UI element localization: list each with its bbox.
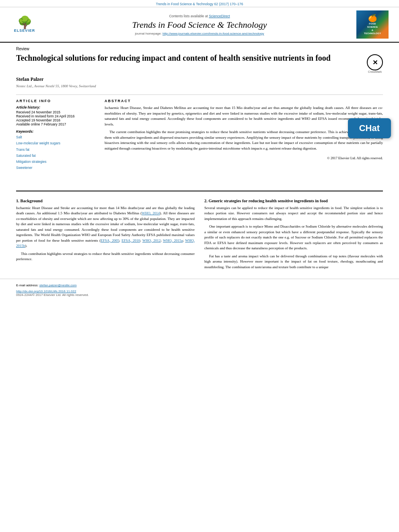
journal-title: Trends in Food Science & Technology	[47, 20, 352, 30]
homepage-url[interactable]: http://www.journals.elsevier.com/trends-…	[162, 32, 264, 35]
section2-para3: Fat has a taste and aroma impact which c…	[204, 254, 383, 270]
section2-heading: 2. Generic strategies for reducing healt…	[204, 199, 383, 203]
efsa2010-link[interactable]: EFSA, 2010	[121, 238, 140, 242]
contents-line: Contents lists available at ScienceDirec…	[47, 14, 352, 18]
received-date: Received 24 November 2015	[16, 110, 97, 114]
email-link[interactable]: stefan.palzer@nestle.com	[39, 283, 77, 287]
crossmark-badge: ✕ CrossMark	[367, 54, 383, 73]
journal-header: 🌳 ELSEVIER Contents lists available at S…	[0, 7, 399, 43]
article-info-abstract-section: ARTICLE INFO Article history: Received 2…	[16, 94, 383, 175]
received-revised-date: Received in revised form 24 April 2016	[16, 114, 97, 118]
keywords-label: Keywords:	[16, 129, 97, 134]
section1-text: Ischaemic Heart Disease and Stroke are a…	[16, 205, 195, 262]
crossmark-label: CrossMark	[367, 70, 383, 73]
article-title-row: Technological solutions for reducing imp…	[16, 53, 383, 73]
keywords-block: Keywords: Salt Low-molecular weight suga…	[16, 129, 97, 171]
homepage-label: journal homepage:	[135, 32, 161, 35]
body-section: 1. Background Ischaemic Heart Disease an…	[0, 195, 399, 273]
section2-text: Several strategies can be applied to red…	[204, 205, 383, 270]
body-col-left: 1. Background Ischaemic Heart Disease an…	[16, 195, 195, 273]
article-info-label: ARTICLE INFO	[16, 99, 97, 103]
affiliation: Nestec Ltd., Avenue Nestlé 55, 1800 Veve…	[16, 84, 383, 88]
abstract-para1: Ischaemic Heart Disease, Stroke and Diab…	[105, 105, 383, 127]
who2015a-link[interactable]: WHO, 2015a	[163, 238, 183, 242]
chat-button[interactable]: CHat	[348, 118, 391, 138]
keyword-5[interactable]: Mitigation strategies	[16, 159, 97, 165]
keyword-3[interactable]: Trans fat	[16, 147, 97, 153]
journal-reference: Trends in Food Science & Technology 62 (…	[156, 2, 243, 6]
email-label: E-mail address:	[16, 283, 39, 287]
journal-logo-box: 🍊 FOODSCIENCE&TECHNOLOGY	[356, 10, 389, 39]
journal-logo-right: 🍊 FOODSCIENCE&TECHNOLOGY	[356, 10, 393, 39]
keyword-2[interactable]: Low-molecular weight sugars	[16, 140, 97, 146]
journal-logo-text: FOODSCIENCE&TECHNOLOGY	[364, 23, 381, 35]
science-direct-link[interactable]: ScienceDirect	[209, 14, 230, 18]
thick-divider	[16, 191, 383, 191]
keyword-1[interactable]: Salt	[16, 134, 97, 140]
history-label: Article history:	[16, 105, 97, 109]
fruit-icon: 🍊	[368, 14, 377, 23]
keyword-6[interactable]: Sweetener	[16, 165, 97, 171]
copyright-line: © 2017 Elsevier Ltd. All rights reserved…	[105, 154, 383, 160]
keywords-list: Salt Low-molecular weight sugars Trans f…	[16, 134, 97, 171]
article-info-col: ARTICLE INFO Article history: Received 2…	[16, 99, 97, 175]
keyword-4[interactable]: Saturated fat	[16, 153, 97, 159]
section1-para2: This contribution highlights several str…	[16, 251, 195, 262]
crossmark-icon: ✕	[367, 54, 383, 70]
efsa2005-link[interactable]: EFSA, 2005	[101, 238, 119, 242]
section2-para2: One important approach is to replace Mon…	[204, 224, 383, 251]
author-name: Stefan Palzer	[16, 76, 383, 82]
elsevier-logo-area: 🌳 ELSEVIER	[6, 16, 43, 33]
article-title: Technological solutions for reducing imp…	[16, 53, 363, 63]
footnote-section: E-mail address: stefan.palzer@nestle.com…	[0, 279, 399, 297]
issn-line: 0924-2244/© 2017 Elsevier Ltd. All right…	[16, 293, 383, 297]
available-date: Available online 7 February 2017	[16, 122, 97, 126]
elsevier-label: ELSEVIER	[14, 29, 35, 33]
elsevier-tree-icon: 🌳	[17, 16, 32, 29]
accepted-date: Accepted 19 November 2016	[16, 118, 97, 122]
article-history-block: Article history: Received 24 November 20…	[16, 105, 97, 126]
journal-center: Contents lists available at ScienceDirec…	[47, 14, 352, 35]
abstract-text: Ischaemic Heart Disease, Stroke and Diab…	[105, 105, 383, 151]
section1-heading: 1. Background	[16, 199, 195, 203]
who2014-link[interactable]: WHO, 2014	[142, 211, 160, 215]
article-main: Review Technological solutions for reduc…	[0, 43, 399, 187]
abstract-col: ABSTRACT Ischaemic Heart Disease, Stroke…	[105, 99, 383, 175]
abstract-label: ABSTRACT	[105, 99, 383, 103]
footnote-email: E-mail address: stefan.palzer@nestle.com	[16, 283, 383, 288]
abstract-para2: The current contribution highlights the …	[105, 129, 383, 151]
who2012-link[interactable]: WHO, 2012	[142, 238, 160, 242]
body-col-right: 2. Generic strategies for reducing healt…	[204, 195, 383, 273]
doi-link[interactable]: http://dx.doi.org/10.1016/j.tifs.2016.11…	[16, 290, 76, 293]
homepage-line: journal homepage: http://www.journals.el…	[47, 32, 352, 35]
review-label: Review	[16, 47, 383, 51]
section2-para1: Several strategies can be applied to red…	[204, 205, 383, 222]
doi-line: http://dx.doi.org/10.1016/j.tifs.2016.11…	[16, 290, 383, 293]
top-bar: Trends in Food Science & Technology 62 (…	[0, 0, 399, 7]
section1-para1: Ischaemic Heart Disease and Stroke are a…	[16, 205, 195, 249]
contents-text: Contents lists available at	[169, 14, 208, 18]
